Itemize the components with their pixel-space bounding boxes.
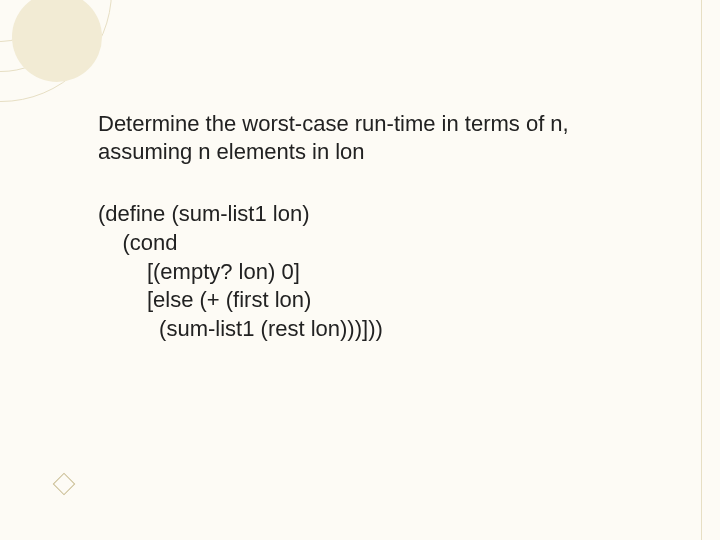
code-line-5: (sum-list1 (rest lon)))])) <box>98 316 383 341</box>
decor-diamond-icon <box>53 473 76 496</box>
question-line-1: Determine the worst-case run-time in ter… <box>98 111 569 136</box>
slide-content: Determine the worst-case run-time in ter… <box>98 110 660 343</box>
code-line-3: [(empty? lon) 0] <box>98 259 300 284</box>
question-text: Determine the worst-case run-time in ter… <box>98 110 660 166</box>
question-line-2: assuming n elements in lon <box>98 139 365 164</box>
code-line-4: [else (+ (first lon) <box>98 287 311 312</box>
decor-leaf-icon <box>12 0 102 82</box>
code-line-1: (define (sum-list1 lon) <box>98 201 310 226</box>
code-line-2: (cond <box>98 230 177 255</box>
decor-right-rule <box>701 0 702 540</box>
code-block: (define (sum-list1 lon) (cond [(empty? l… <box>98 200 660 343</box>
slide: Determine the worst-case run-time in ter… <box>0 0 720 540</box>
